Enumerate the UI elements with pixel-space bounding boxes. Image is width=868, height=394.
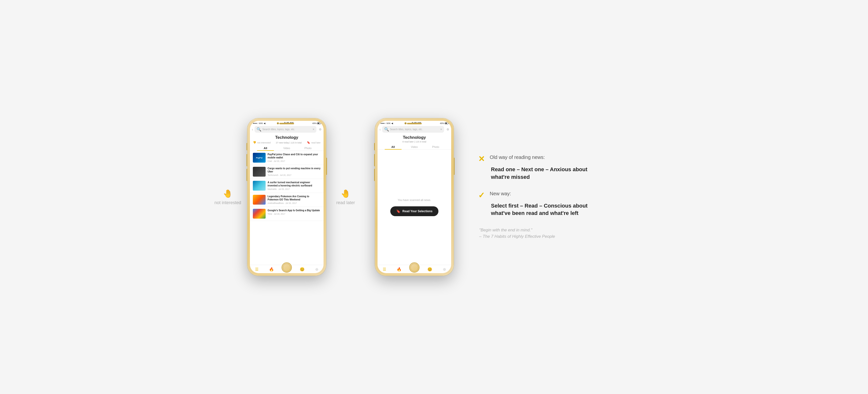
battery-icon-2	[445, 122, 448, 124]
empty-state-text: You have scanned all news.	[398, 199, 431, 202]
phone1-frame: ●●●○ WIK ◀ 9:49 AM 49% ‹ 🔍 Search titles…	[247, 118, 326, 276]
news-item-surfer[interactable]: A surfer turned mechanical engineer inve…	[250, 179, 323, 193]
page-header-2: Technology 8 read later | 115 in total	[377, 133, 451, 144]
phone1-content: ●●●○ WIK ◀ 9:49 AM 49% ‹ 🔍 Search titles…	[250, 121, 323, 273]
nav-profile-icon-2[interactable]: 😊	[427, 267, 432, 272]
phone2-frame: ●●●○ WIK ◀ 9:49 AM 49% ‹ 🔍 Search titles…	[375, 118, 454, 276]
old-way-label: Old way of reading news:	[490, 154, 545, 160]
volume-down-button	[246, 169, 247, 181]
tab-all-2[interactable]: All	[382, 144, 404, 149]
search-input-1[interactable]: 🔍 Search titles, topics, tags, etc. ✕	[254, 126, 316, 133]
nav-menu-icon-2[interactable]: ☰	[383, 267, 386, 272]
tab-video-2[interactable]: Video	[404, 144, 425, 149]
news-item-paypal[interactable]: PayPal PayPal joins Chase and Citi to ex…	[250, 151, 323, 165]
not-interested-btn[interactable]: 👎 not interested	[253, 141, 271, 144]
status-bar-2: ●●●○ WIK ◀ 9:49 AM 49%	[377, 121, 451, 125]
old-way-row: ✕ Old way of reading news:	[478, 154, 606, 163]
read-later-btn[interactable]: 🔖 read later	[307, 141, 320, 144]
new-way-block: ✓ New way: Select first – Read – Conscio…	[478, 191, 606, 217]
home-button-2[interactable]	[409, 262, 420, 273]
news-content-cargo: Cargo wants to put vending machine in ev…	[268, 167, 320, 176]
carrier-signal-2: ●●●○ WIK ◀	[380, 122, 393, 125]
nav-trending-icon-2[interactable]: 🔥	[397, 267, 402, 272]
news-item-cargo[interactable]: Cargo wants to put vending machine in ev…	[250, 165, 323, 179]
meta-paypal: Cnet · Jul 20, 2017	[268, 160, 320, 162]
nav-more-icon[interactable]: ⊕	[315, 267, 318, 272]
phone1-screen: ●●●○ WIK ◀ 9:49 AM 49% ‹ 🔍 Search titles…	[250, 121, 323, 273]
settings-icon-2[interactable]: ⚙	[446, 128, 449, 131]
back-button-1[interactable]: ‹	[252, 127, 253, 131]
empty-state: You have scanned all news. 🔖 Read Your S…	[377, 150, 451, 265]
tab-video-1[interactable]: Video	[276, 145, 298, 151]
headline-google: Google's Search App Is Getting a Big Upd…	[268, 209, 320, 212]
back-button-2[interactable]: ‹	[379, 127, 381, 131]
news-content-pokemon: Legendary Pokemon Are Coming to Pokemon …	[268, 195, 320, 204]
battery-icon-1	[317, 122, 320, 124]
power-button-2	[454, 158, 455, 175]
phone2-screen: ●●●○ WIK ◀ 9:49 AM 49% ‹ 🔍 Search titles…	[377, 121, 451, 273]
headline-pokemon: Legendary Pokemon Are Coming to Pokemon …	[268, 195, 320, 201]
settings-icon-1[interactable]: ⚙	[319, 128, 321, 131]
read-later-text: read later	[336, 200, 355, 205]
power-button	[326, 158, 327, 175]
page-title-2: Technology	[379, 135, 449, 140]
read-later-action-label: read later	[311, 142, 320, 144]
read-btn-icon: 🔖	[396, 209, 400, 213]
tab-photo-2[interactable]: Photo	[425, 144, 446, 149]
thumb-paypal: PayPal	[253, 153, 266, 162]
news-content-surfer: A surfer turned mechanical engineer inve…	[268, 181, 320, 190]
phone1-section: 🤚 not interested ●●●○ WIK ◀ 9:49 AM 49%	[213, 118, 360, 276]
nav-trending-icon[interactable]: 🔥	[269, 267, 274, 272]
page-actions-1: 👎 not interested 27 new today | 115 in t…	[250, 141, 323, 145]
tab-all-1[interactable]: All	[255, 145, 276, 151]
volume-down-button-2	[374, 169, 375, 181]
read-your-selections-button[interactable]: 🔖 Read Your Selections	[390, 206, 438, 216]
clear-icon-1[interactable]: ✕	[312, 128, 314, 131]
thumb-surfer	[253, 181, 266, 191]
page-header-1: Technology	[250, 133, 323, 141]
new-way-desc: Select first – Read – Conscious about wh…	[491, 202, 606, 217]
search-bar-2: ‹ 🔍 Search titles, topics, tags, etc. ✕ …	[377, 125, 451, 133]
page-subtitle-2: 8 read later | 115 in total	[379, 141, 449, 143]
nav-profile-icon[interactable]: 😊	[300, 267, 305, 272]
old-way-block: ✕ Old way of reading news: Read one – Ne…	[478, 154, 606, 181]
headline-cargo: Cargo wants to put vending machine in ev…	[268, 167, 320, 173]
swipe-left-icon: 🤚	[223, 189, 233, 198]
news-item-google[interactable]: Google's Search App Is Getting a Big Upd…	[250, 207, 323, 221]
info-panel: ✕ Old way of reading news: Read one – Ne…	[468, 150, 616, 244]
nav-more-icon-2[interactable]: ⊕	[443, 267, 446, 272]
quote-line2: – The 7 Habits of Highly Effective Peopl…	[479, 234, 555, 239]
x-icon: ✕	[478, 155, 485, 163]
news-item-pokemon[interactable]: Legendary Pokemon Are Coming to Pokemon …	[250, 193, 323, 207]
read-later-label: 🤚 read later	[331, 189, 360, 205]
clear-icon-2[interactable]: ✕	[440, 128, 442, 131]
quote-line1: "Begin with the end in mind."	[479, 228, 532, 232]
bookmark-icon: 🔖	[307, 141, 310, 144]
mute-button	[246, 143, 247, 150]
home-button-1[interactable]	[282, 262, 292, 273]
new-way-row: ✓ New way:	[478, 191, 606, 199]
quote-block: "Begin with the end in mind." – The 7 Ha…	[478, 227, 606, 240]
headline-surfer: A surfer turned mechanical engineer inve…	[268, 181, 320, 187]
time-1: 9:49 AM	[284, 122, 293, 125]
search-icon-1: 🔍	[256, 127, 261, 132]
tabs-2: All Video Photo	[377, 144, 451, 150]
volume-up-button	[246, 154, 247, 166]
page-title-1: Technology	[252, 135, 321, 140]
thumbsdown-icon: 👎	[253, 141, 256, 144]
read-btn-label: Read Your Selections	[402, 210, 432, 213]
page-wrapper: 🤚 not interested ●●●○ WIK ◀ 9:49 AM 49%	[213, 118, 655, 276]
old-way-desc: Read one – Next one – Anxious about what…	[491, 166, 606, 181]
tabs-1: All Video Photo	[250, 145, 323, 151]
tab-photo-1[interactable]: Photo	[297, 145, 319, 151]
meta-cargo: Techcrunch · Jul 20, 2017	[268, 174, 320, 176]
search-icon-2: 🔍	[384, 127, 389, 132]
search-input-2[interactable]: 🔍 Search titles, topics, tags, etc. ✕	[382, 126, 444, 133]
nav-menu-icon[interactable]: ☰	[255, 267, 258, 272]
news-content-paypal: PayPal joins Chase and Citi to expand yo…	[268, 153, 320, 162]
headline-paypal: PayPal joins Chase and Citi to expand yo…	[268, 153, 320, 159]
carrier-signal-1: ●●●○ WIK ◀	[253, 122, 266, 125]
phone2-section: ●●●○ WIK ◀ 9:49 AM 49% ‹ 🔍 Search titles…	[375, 118, 454, 276]
meta-surfer: Mashable · Jul 05, 2017	[268, 188, 320, 190]
meta-google: Time · Jul 20, 2017	[268, 213, 320, 215]
